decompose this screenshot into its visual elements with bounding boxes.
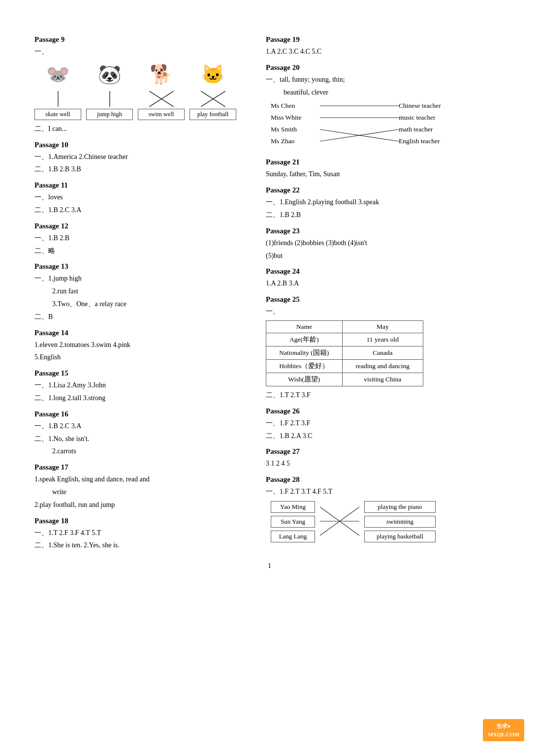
passage25-after: 二、1.T 2.T 3.F [266,389,505,401]
animal-figure-1: 🐭 [41,59,75,91]
passage17-section: Passage 17 1.speak English, sing and dan… [34,463,246,510]
passage10-line2: 二、1.B 2.B 3.B [34,163,246,175]
table-header-name: Name [266,320,343,333]
connecting-lines [34,91,246,108]
passage22-section: Passage 22 一、1.English 2.playing footbal… [266,186,505,221]
label-skate-well: skate well [34,109,81,120]
p28-svg [320,500,359,544]
teacher-miss-white: Miss White [271,113,320,123]
passage11-title: Passage 11 [34,181,246,189]
passage17-title: Passage 17 [34,463,246,472]
label-swim-well: swim well [138,109,185,120]
passage12-line1: 一、1.B 2.B [34,232,246,244]
left-column: Passage 9 一、 🐭 🐼 🐕 🐱 [34,30,246,552]
passage24-section: Passage 24 1.A 2.B 3.A [266,267,505,289]
passage13-line4: 二、B [34,311,246,323]
passage16-line3: 2.carrots [34,445,246,457]
teacher-match-lines [320,101,399,152]
passage20-title: Passage 20 [266,63,505,72]
passage20-line2: beautiful, clever [266,87,505,98]
passage25-title: Passage 25 [266,295,505,304]
passage26-line1: 一、1.F 2.T 3.F [266,417,505,429]
label-jump-high: jump high [86,109,133,120]
watermark: 告求● MXQE.COM [483,719,524,741]
p28-right: playing the piano swimming playing baske… [364,501,436,542]
teacher-ms-chen: Ms Chen [271,101,320,111]
p28-sun-yang: Sun Yang [271,516,315,528]
passage26-line2: 二、1.B 2.A 3.C [266,430,505,442]
watermark-line2: MXQE.COM [488,730,519,739]
passage20-section: Passage 20 一、tall, funny; young, thin; b… [266,63,505,153]
teacher-math: math teacher [399,125,468,134]
passage20-line1: 一、tall, funny; young, thin; [266,74,505,86]
passage23-section: Passage 23 (1)friends (2)hobbies (3)both… [266,227,505,262]
passage12-section: Passage 12 一、1.B 2.B 二、略 [34,222,246,257]
teacher-ms-zhao: Ms Zhao [271,136,320,146]
passage21-line1: Sunday, father, Tim, Susan [266,168,505,180]
passage17-line3: 2.play football, run and jump [34,499,246,511]
right-column: Passage 19 1.A 2.C 3.C 4.C 5.C Passage 2… [266,30,505,552]
passage14-section: Passage 14 1.eleven 2.tomatoes 3.swim 4.… [34,329,246,364]
passage18-line2: 二、1.She is ten. 2.Yes, she is. [34,539,246,551]
passage17-line2: write [34,486,246,498]
passage11-line1: 一、loves [34,191,246,203]
watermark-line1: 告求● [488,722,519,730]
teacher-match-layout: Ms Chen Miss White Ms Smith Ms Zhao [271,101,505,152]
passage13-line1: 一、1.jump high [34,273,246,284]
lines-svg-2 [93,91,127,107]
table-row-wish: Wish(愿望) visiting China [266,373,423,386]
passage21-section: Passage 21 Sunday, father, Tim, Susan [266,158,505,180]
passage28-section: Passage 28 一、1.F 2.T 3.T 4.F 5.T Yao Min… [266,475,505,544]
teacher-chinese: Chinese teacher [399,101,468,111]
passage16-line2: 二、1.No, she isn't. [34,433,246,445]
passage15-title: Passage 15 [34,369,246,378]
passage11-section: Passage 11 一、loves 二、1.B 2.C 3.A [34,181,246,216]
passage14-line1: 1.eleven 2.tomatoes 3.swim 4.pink [34,339,246,351]
p28-basketball: playing basketball [364,531,436,542]
passage18-line1: 一、1.T 2.F 3.F 4.T 5.T [34,527,246,539]
animal-figure-4: 🐱 [196,59,230,91]
passage10-section: Passage 10 一、1.America 2.Chinese teacher… [34,141,246,176]
passage14-line2: 5.English [34,351,246,363]
animal-2: 🐼 [86,59,133,91]
passage13-line2: 2.run fast [34,285,246,297]
passage19-section: Passage 19 1.A 2.C 3.C 4.C 5.C [266,35,505,58]
page-number: 1 [34,562,505,570]
passage9-title: Passage 9 [34,35,246,44]
animal-figure-2: 🐼 [93,59,127,91]
passage24-line1: 1.A 2.B 3.A [266,278,505,289]
passage9-part2: 二、I can... [34,123,246,135]
passage23-title: Passage 23 [266,227,505,235]
animal-figure-3: 🐕 [144,59,179,91]
passage19-title: Passage 19 [266,35,505,44]
passage25-table: Name May Age(年龄) 11 years old Nationalit… [266,320,423,386]
passage17-line1: 1.speak English, sing and dance, read an… [34,473,246,485]
passage15-section: Passage 15 一、1.Lisa 2.Amy 3.John 二、1.lon… [34,369,246,404]
passage22-title: Passage 22 [266,186,505,194]
passage28-title: Passage 28 [266,475,505,484]
p28-left: Yao Ming Sun Yang Lang Lang [271,501,315,542]
passage12-title: Passage 12 [34,222,246,230]
table-cell-age-label: Age(年龄) [266,333,343,346]
passage23-line1: (1)friends (2)hobbies (3)both (4)isn't [266,237,505,249]
passage18-section: Passage 18 一、1.T 2.F 3.F 4.T 5.T 二、1.She… [34,517,246,552]
table-cell-wish-value: visiting China [342,373,423,386]
passage13-line3: 3.Two、One、a relay race [34,298,246,310]
passage11-line2: 二、1.B 2.C 3.A [34,204,246,216]
passage10-title: Passage 10 [34,141,246,149]
passage22-line1: 一、1.English 2.playing football 3.speak [266,196,505,208]
passage10-line1: 一、1.America 2.Chinese teacher [34,151,246,163]
table-row-hobbies: Hobbies（爱好） reading and dancing [266,359,423,373]
lines-svg-3 [144,91,179,107]
p28-yao-ming: Yao Ming [271,501,315,513]
passage9-prefix: 一、 [34,46,246,58]
lines-svg-4 [196,91,230,107]
lines-svg-1 [41,91,75,107]
passage25-section: Passage 25 一、 Name May Age(年龄) 11 years … [266,295,505,401]
table-row-age: Age(年龄) 11 years old [266,333,423,346]
passage19-line1: 1.A 2.C 3.C 4.C 5.C [266,46,505,58]
passage14-title: Passage 14 [34,329,246,337]
p28-lang-lang: Lang Lang [271,531,315,542]
passage15-line2: 二、1.long 2.tall 3.strong [34,392,246,404]
passage9-section: Passage 9 一、 🐭 🐼 🐕 🐱 [34,35,246,135]
